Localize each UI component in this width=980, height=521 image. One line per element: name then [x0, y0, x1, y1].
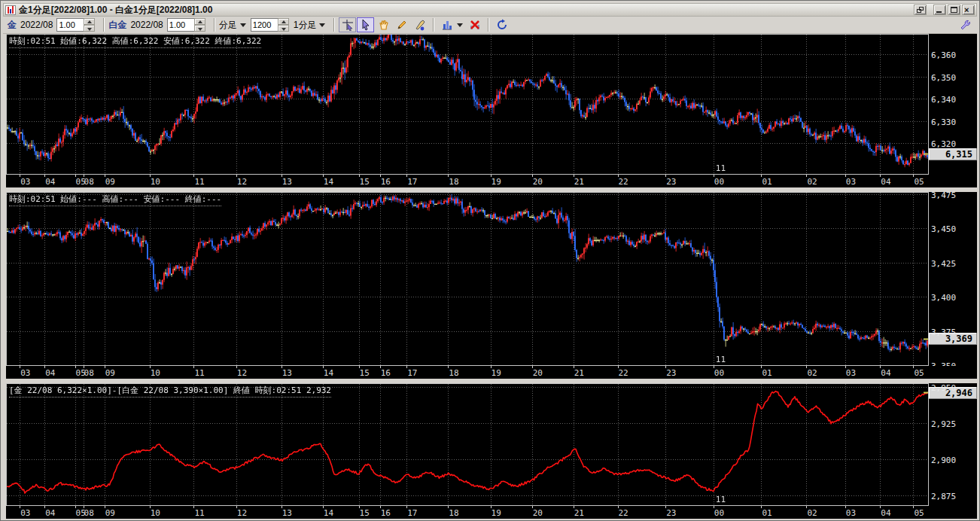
platinum-plot-area[interactable]: 時刻:02:51 始値:--- 高値:--- 安値:--- 終値:--- 11 — [6, 192, 929, 366]
chart-client-area: 時刻:02:51 始値:6,322 高値:6,322 安値:6,322 終値:6… — [6, 34, 977, 519]
timeframe-dropdown[interactable]: 1分足 — [294, 19, 326, 32]
platinum-multiplier-input[interactable] — [167, 18, 194, 32]
gold-multiplier-input[interactable] — [56, 18, 84, 32]
time-axis-label: 04 — [45, 508, 55, 518]
wrench-icon — [959, 19, 971, 31]
gold-candlestick-canvas[interactable] — [7, 35, 928, 174]
bar-chart-icon — [441, 19, 453, 31]
settings-button[interactable] — [956, 17, 973, 32]
time-axis-label: 11 — [194, 368, 204, 378]
spread-line-canvas[interactable] — [7, 384, 928, 505]
time-axis-label: 02 — [807, 177, 817, 187]
time-axis-label: 08 — [84, 508, 94, 518]
spread-plot-area[interactable]: [金 22/08 6,322×1.00]-[白金 22/08 3,390×1.0… — [6, 383, 929, 506]
platinum-month: 2022/08 — [130, 20, 163, 30]
toolbar-separator — [488, 18, 489, 32]
date-marker: 11 — [716, 163, 726, 173]
toolbar-separator — [433, 18, 434, 32]
close-button[interactable]: × — [962, 5, 975, 15]
chart-type-dropdown-arrow[interactable] — [457, 23, 463, 27]
time-axis-label: 22 — [619, 177, 628, 187]
time-axis-label: 14 — [324, 177, 333, 187]
time-axis-label: 20 — [533, 508, 543, 518]
y-axis-label: 6,340 — [931, 95, 956, 104]
gold-month: 2022/08 — [20, 20, 53, 30]
time-axis-label: 10 — [151, 177, 160, 187]
spread-time-axis: 0304050809101112131415161718192021222300… — [6, 506, 977, 519]
pan-tool-button[interactable] — [375, 17, 392, 32]
time-axis-label: 10 — [151, 368, 160, 378]
platinum-chart-panel: 時刻:02:51 始値:--- 高値:--- 安値:--- 終値:--- 11 … — [6, 192, 977, 379]
gold-plot-area[interactable]: 時刻:02:51 始値:6,322 高値:6,322 安値:6,322 終値:6… — [6, 34, 929, 175]
platinum-multiplier-stepper — [167, 18, 205, 32]
titlebar[interactable]: 金1分足[2022/08]1.00 - 白金1分足[2022/08]1.00 × — [3, 3, 977, 17]
plat-mult-up-button[interactable] — [194, 18, 205, 25]
time-axis-label: 04 — [881, 177, 890, 187]
bar-count-up-button[interactable] — [278, 18, 289, 25]
reload-button[interactable] — [493, 17, 510, 32]
time-axis-label: 09 — [105, 508, 115, 518]
platinum-price-axis: 3,369 3,4753,4503,4253,4003,3753,350 — [929, 192, 977, 366]
bar-count-input[interactable] — [251, 18, 278, 32]
gold-ohlc-readout: 時刻:02:51 始値:6,322 高値:6,322 安値:6,322 終値:6… — [9, 35, 261, 48]
pen-tool-button[interactable] — [411, 17, 428, 32]
time-axis-label: 09 — [105, 368, 115, 378]
time-axis-label: 18 — [449, 368, 458, 378]
time-axis-label: 16 — [381, 177, 391, 187]
hand-icon — [378, 19, 390, 31]
select-tool-button[interactable] — [357, 17, 374, 32]
gold-price-axis: 6,315 6,3606,3506,3406,3306,320 — [929, 34, 977, 175]
app-icon — [5, 5, 16, 15]
time-axis-label: 04 — [45, 177, 55, 187]
time-axis-label: 02 — [807, 368, 817, 378]
minimize-button[interactable] — [933, 5, 946, 15]
time-axis-label: 23 — [666, 508, 676, 518]
y-axis-label: 2,950 — [931, 383, 956, 392]
time-axis-label: 12 — [237, 508, 247, 518]
delete-drawings-button[interactable] — [466, 17, 483, 32]
red-x-icon — [469, 19, 481, 31]
time-axis-label: 14 — [324, 508, 333, 518]
float-window-button[interactable] — [914, 5, 927, 15]
time-axis-label: 17 — [407, 368, 417, 378]
chart-type-button[interactable] — [438, 17, 455, 32]
time-axis-label: 04 — [881, 508, 890, 518]
time-axis-label: 04 — [881, 368, 890, 378]
y-axis-label: 3,450 — [931, 224, 956, 233]
time-axis-label: 15 — [360, 508, 370, 518]
time-axis-label: 05 — [914, 177, 924, 187]
y-axis-label: 6,330 — [931, 117, 956, 126]
maximize-button[interactable] — [948, 5, 960, 15]
time-axis-label: 21 — [574, 368, 584, 378]
gold-label: 金 — [8, 19, 17, 32]
interval-type-dropdown[interactable]: 分足 — [219, 19, 246, 32]
time-axis-label: 23 — [666, 368, 676, 378]
reload-icon — [496, 19, 508, 31]
time-axis-label: 16 — [381, 508, 391, 518]
time-axis-label: 00 — [714, 508, 724, 518]
gold-mult-down-button[interactable] — [84, 25, 95, 32]
spread-chart-panel: [金 22/08 6,322×1.00]-[白金 22/08 3,390×1.0… — [6, 383, 977, 519]
bar-count-down-button[interactable] — [278, 25, 289, 32]
bar-count-stepper — [251, 18, 289, 32]
platinum-ohlc-readout: 時刻:02:51 始値:--- 高値:--- 安値:--- 終値:--- — [9, 193, 221, 206]
pencil-tool-button[interactable] — [393, 17, 410, 32]
time-axis-label: 15 — [360, 368, 370, 378]
time-axis-label: 01 — [762, 177, 772, 187]
time-axis-label: 22 — [619, 368, 628, 378]
platinum-candlestick-canvas[interactable] — [7, 193, 928, 365]
spread-price-axis: 2,946 2,9502,9252,9002,875 — [929, 383, 977, 506]
time-axis-label: 16 — [381, 368, 391, 378]
time-axis-label: 15 — [360, 177, 370, 187]
y-axis-label: 6,360 — [931, 50, 956, 59]
time-axis-label: 13 — [282, 368, 292, 378]
crosshair-icon — [342, 19, 354, 31]
gold-mult-up-button[interactable] — [84, 18, 95, 25]
fountain-pen-icon — [414, 19, 426, 31]
crosshair-tool-button[interactable] — [339, 17, 356, 32]
time-axis-label: 21 — [574, 508, 584, 518]
plat-mult-down-button[interactable] — [194, 25, 205, 32]
y-axis-label: 2,925 — [931, 419, 956, 428]
y-axis-label: 6,320 — [931, 139, 956, 148]
time-axis-label: 01 — [762, 508, 772, 518]
